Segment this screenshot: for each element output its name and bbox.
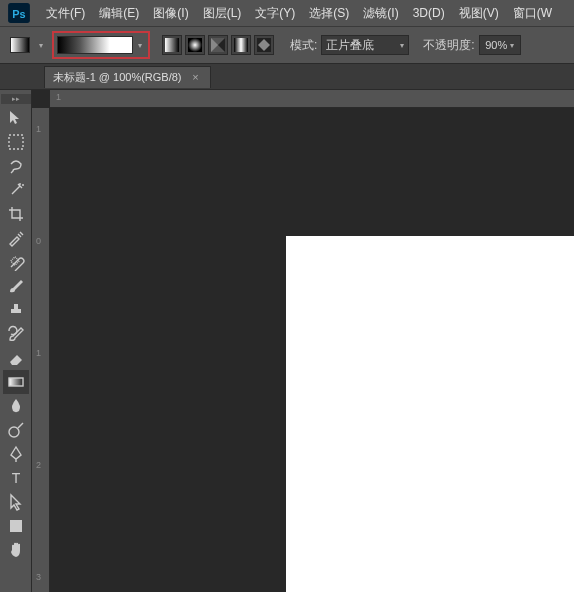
blend-mode-group: 模式: 正片叠底 ▾	[290, 35, 409, 55]
gradient-linear-icon[interactable]	[162, 35, 182, 55]
move-tool-icon[interactable]	[3, 106, 29, 130]
close-icon[interactable]: ×	[190, 71, 202, 83]
gradient-radial-icon[interactable]	[185, 35, 205, 55]
magic-wand-tool-icon[interactable]	[3, 178, 29, 202]
crop-tool-icon[interactable]	[3, 202, 29, 226]
path-selection-tool-icon[interactable]	[3, 490, 29, 514]
document-canvas[interactable]	[286, 236, 574, 592]
gradient-picker-highlight: ▾	[52, 31, 150, 59]
healing-brush-tool-icon[interactable]	[3, 250, 29, 274]
svg-rect-12	[10, 520, 22, 532]
menu-view[interactable]: 视图(V)	[459, 5, 499, 22]
ruler-tick: 2	[36, 460, 41, 470]
pen-tool-icon[interactable]	[3, 442, 29, 466]
tools-expand-icon[interactable]: ▸▸	[1, 94, 31, 104]
ruler-tick: 1	[56, 92, 61, 102]
menu-select[interactable]: 选择(S)	[309, 5, 349, 22]
menu-edit[interactable]: 编辑(E)	[99, 5, 139, 22]
menu-type[interactable]: 文字(Y)	[255, 5, 295, 22]
svg-rect-5	[234, 38, 248, 52]
ruler-tick: 0	[36, 236, 41, 246]
gradient-tool-icon[interactable]	[3, 370, 29, 394]
shape-tool-icon[interactable]	[3, 514, 29, 538]
svg-rect-2	[165, 38, 179, 52]
gradient-angle-icon[interactable]	[208, 35, 228, 55]
gradient-preview[interactable]	[57, 36, 133, 54]
lasso-tool-icon[interactable]	[3, 154, 29, 178]
gradient-type-group	[162, 35, 274, 55]
mode-label: 模式:	[290, 37, 317, 54]
stamp-tool-icon[interactable]	[3, 298, 29, 322]
tool-preset-dropdown[interactable]: ▾	[36, 37, 46, 53]
menu-layer[interactable]: 图层(L)	[203, 5, 242, 22]
type-tool-icon[interactable]: T	[3, 466, 29, 490]
vertical-ruler[interactable]: 1 0 1 2 3	[32, 108, 50, 592]
marquee-tool-icon[interactable]	[3, 130, 29, 154]
menu-3d[interactable]: 3D(D)	[413, 6, 445, 20]
ruler-tick: 3	[36, 572, 41, 582]
menu-window[interactable]: 窗口(W	[513, 5, 552, 22]
tools-panel: ▸▸ T	[0, 90, 32, 592]
document-tab[interactable]: 未标题-1 @ 100%(RGB/8) ×	[44, 66, 211, 88]
options-bar: ▾ ▾ 模式: 正片叠底 ▾ 不透明度: 90% ▾	[0, 26, 574, 64]
ruler-tick: 1	[36, 348, 41, 358]
main-area: ▸▸ T 1 1 0 1 2 3	[0, 90, 574, 592]
brush-tool-icon[interactable]	[3, 274, 29, 298]
history-brush-tool-icon[interactable]	[3, 322, 29, 346]
document-tab-bar: 未标题-1 @ 100%(RGB/8) ×	[0, 64, 574, 90]
eyedropper-tool-icon[interactable]	[3, 226, 29, 250]
menu-filter[interactable]: 滤镜(I)	[363, 5, 398, 22]
opacity-value: 90%	[485, 39, 507, 51]
hand-tool-icon[interactable]	[3, 538, 29, 562]
svg-text:Ps: Ps	[12, 8, 25, 20]
svg-text:T: T	[11, 470, 20, 486]
menu-file[interactable]: 文件(F)	[46, 5, 85, 22]
chevron-down-icon: ▾	[400, 41, 404, 50]
blend-mode-value: 正片叠底	[326, 37, 374, 54]
gradient-reflected-icon[interactable]	[231, 35, 251, 55]
ps-logo-icon: Ps	[6, 3, 32, 23]
chevron-down-icon: ▾	[510, 41, 514, 50]
opacity-label: 不透明度:	[423, 37, 474, 54]
opacity-input[interactable]: 90% ▾	[479, 35, 521, 55]
dodge-tool-icon[interactable]	[3, 418, 29, 442]
work-area: 1 1 0 1 2 3	[32, 90, 574, 592]
tool-preset-swatch[interactable]	[10, 37, 30, 53]
ruler-tick: 1	[36, 124, 41, 134]
menu-image[interactable]: 图像(I)	[153, 5, 188, 22]
horizontal-ruler[interactable]: 1	[50, 90, 574, 108]
svg-point-10	[9, 427, 19, 437]
eraser-tool-icon[interactable]	[3, 346, 29, 370]
svg-rect-3	[188, 38, 202, 52]
svg-rect-7	[9, 135, 23, 149]
canvas-viewport[interactable]	[50, 108, 574, 592]
blur-tool-icon[interactable]	[3, 394, 29, 418]
blend-mode-select[interactable]: 正片叠底 ▾	[321, 35, 409, 55]
document-tab-title: 未标题-1 @ 100%(RGB/8)	[53, 70, 182, 85]
svg-rect-9	[9, 378, 23, 386]
gradient-dropdown[interactable]: ▾	[135, 37, 145, 53]
opacity-group: 不透明度: 90% ▾	[423, 35, 520, 55]
menu-bar: Ps 文件(F) 编辑(E) 图像(I) 图层(L) 文字(Y) 选择(S) 滤…	[0, 0, 574, 26]
gradient-diamond-icon[interactable]	[254, 35, 274, 55]
